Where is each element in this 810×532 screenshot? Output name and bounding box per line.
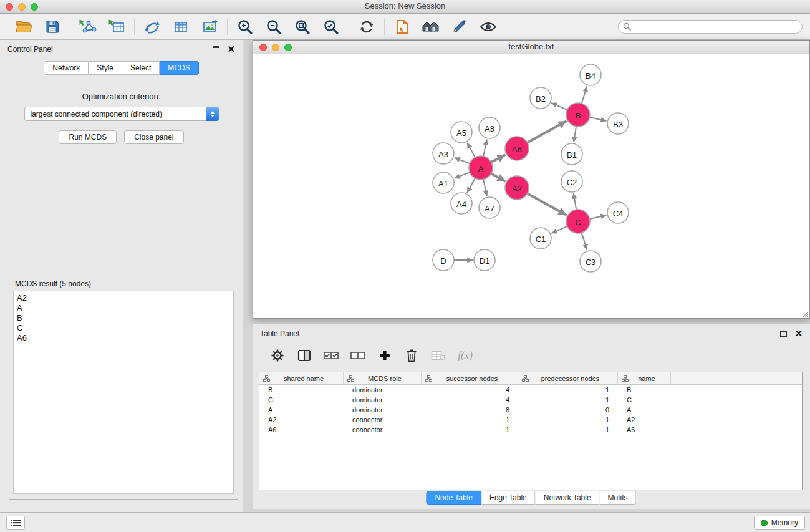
graph-edge-A-A6[interactable] <box>491 155 506 162</box>
table-row[interactable]: A2connector11A2 <box>259 415 802 425</box>
zoom-fit-icon[interactable] <box>293 17 312 36</box>
columns-icon[interactable] <box>297 347 312 364</box>
graph-node-B3[interactable]: B3 <box>607 113 629 134</box>
tab-edge-table[interactable]: Edge Table <box>481 491 536 505</box>
graph-node-B[interactable]: B <box>566 103 590 127</box>
graph-node-C3[interactable]: C3 <box>580 251 601 272</box>
function-icon[interactable]: f(x) <box>458 347 473 364</box>
close-panel-icon[interactable]: ✕ <box>227 46 235 53</box>
zoom-window-button[interactable] <box>31 3 38 11</box>
add-column-icon[interactable] <box>377 347 392 364</box>
graph-node-A2[interactable]: A2 <box>505 176 529 200</box>
resize-grip-icon[interactable] <box>802 311 809 317</box>
graph-node-A5[interactable]: A5 <box>451 122 472 143</box>
graph-node-A8[interactable]: A8 <box>479 117 500 138</box>
panel-list-button[interactable] <box>6 516 25 530</box>
mcds-result-list[interactable]: A2ABCA6 <box>13 291 234 494</box>
home-icon[interactable] <box>422 17 440 36</box>
graph-node-C1[interactable]: C1 <box>530 228 551 249</box>
graph-edge-A-A2[interactable] <box>491 173 506 181</box>
graph-edge-A-A4[interactable] <box>467 178 475 193</box>
column-header-shared-name[interactable]: shared name <box>259 372 344 384</box>
graph-edge-A-A1[interactable] <box>455 172 470 178</box>
result-item[interactable]: A2 <box>17 293 230 303</box>
column-header-name[interactable]: name <box>618 372 671 384</box>
graph-node-A1[interactable]: A1 <box>433 172 454 193</box>
graph-node-B4[interactable]: B4 <box>580 64 601 85</box>
graph-edge-B-B3[interactable] <box>590 117 607 121</box>
graph-node-A7[interactable]: A7 <box>479 197 500 218</box>
close-window-button[interactable] <box>6 3 13 11</box>
refresh-icon[interactable] <box>357 17 376 36</box>
criterion-dropdown[interactable]: largest connected component (directed) <box>24 107 219 121</box>
graph-node-D[interactable]: D <box>433 249 454 271</box>
column-header-MCDS-role[interactable]: MCDS role <box>344 372 422 384</box>
close-panel-button[interactable]: Close panel <box>124 130 183 144</box>
graph-edge-C-C1[interactable] <box>551 226 567 233</box>
tab-motifs[interactable]: Motifs <box>600 491 637 505</box>
graph-node-B1[interactable]: B1 <box>561 143 582 165</box>
graph-edge-A-A5[interactable] <box>467 143 475 158</box>
result-item[interactable]: C <box>17 323 230 333</box>
graph-node-C4[interactable]: C4 <box>607 202 629 223</box>
delete-table-icon[interactable] <box>431 347 446 364</box>
column-header-predecessor-nodes[interactable]: predecessor nodes <box>518 372 618 384</box>
network-zoom-button[interactable] <box>284 44 292 51</box>
graph-node-C2[interactable]: C2 <box>561 171 582 192</box>
tab-select[interactable]: Select <box>122 61 160 75</box>
graph-node-A[interactable]: A <box>469 156 493 180</box>
select-all-icon[interactable] <box>324 347 339 364</box>
run-mcds-button[interactable]: Run MCDS <box>59 130 117 144</box>
float-panel-icon[interactable] <box>213 46 219 52</box>
close-table-panel-icon[interactable]: ✕ <box>794 330 803 337</box>
graph-edge-A6-B[interactable] <box>528 121 567 143</box>
tab-style[interactable]: Style <box>89 61 122 75</box>
graph-edge-A-A8[interactable] <box>483 140 487 157</box>
graph-edge-B-B1[interactable] <box>574 127 576 142</box>
table-row[interactable]: Cdominator41C <box>259 395 802 405</box>
graph-node-B2[interactable]: B2 <box>530 87 551 109</box>
zoom-out-icon[interactable] <box>264 17 283 36</box>
result-item[interactable]: A6 <box>17 333 230 343</box>
column-header-successor-nodes[interactable]: successor nodes <box>422 372 518 384</box>
graph-edge-B-B4[interactable] <box>582 86 587 104</box>
tab-node-table[interactable]: Node Table <box>426 491 481 505</box>
graph-edge-C-C2[interactable] <box>574 193 576 210</box>
float-table-panel-icon[interactable] <box>780 331 787 337</box>
network-canvas[interactable]: B4B2BB3A8A5A6A3B1AC2A1A2A4A7C4CC1C3DD1 <box>253 54 809 318</box>
new-network-icon[interactable] <box>143 17 162 36</box>
gear-icon[interactable] <box>270 347 285 364</box>
zoom-in-icon[interactable] <box>236 17 254 36</box>
table-row[interactable]: Bdominator41B <box>259 385 802 395</box>
show-hide-icon[interactable] <box>479 17 498 36</box>
export-image-icon[interactable] <box>200 17 219 36</box>
table-row[interactable]: Adominator80A <box>259 405 802 415</box>
graph-edge-C-C3[interactable] <box>582 233 587 250</box>
result-item[interactable]: A <box>17 303 230 313</box>
tab-network-table[interactable]: Network Table <box>536 491 600 505</box>
import-network-icon[interactable] <box>79 17 97 36</box>
network-minimize-button[interactable] <box>272 44 279 51</box>
result-item[interactable]: B <box>17 313 230 323</box>
network-window-titlebar[interactable]: testGlobe.txt <box>253 41 809 54</box>
save-session-icon[interactable] <box>43 17 62 36</box>
graph-node-A3[interactable]: A3 <box>433 143 454 164</box>
search-box[interactable] <box>618 20 803 34</box>
network-close-button[interactable] <box>259 44 267 51</box>
open-session-icon[interactable] <box>14 17 33 36</box>
graph-edge-B-B2[interactable] <box>551 103 567 110</box>
paint-icon[interactable] <box>450 17 469 36</box>
memory-button[interactable]: Memory <box>754 516 805 530</box>
search-input[interactable] <box>634 22 798 31</box>
table-row[interactable]: A6connector11A6 <box>259 425 802 435</box>
tab-network[interactable]: Network <box>44 61 89 75</box>
graph-edge-C-C4[interactable] <box>590 215 607 219</box>
trash-icon[interactable] <box>404 347 419 364</box>
graph-edge-A-A3[interactable] <box>455 158 470 163</box>
graph-node-A4[interactable]: A4 <box>451 193 472 214</box>
import-table-icon[interactable] <box>107 17 126 36</box>
zoom-selected-icon[interactable] <box>322 17 340 36</box>
graph-edge-A2-C[interactable] <box>528 193 567 215</box>
minimize-window-button[interactable] <box>18 3 26 11</box>
graph-node-C[interactable]: C <box>566 210 590 233</box>
